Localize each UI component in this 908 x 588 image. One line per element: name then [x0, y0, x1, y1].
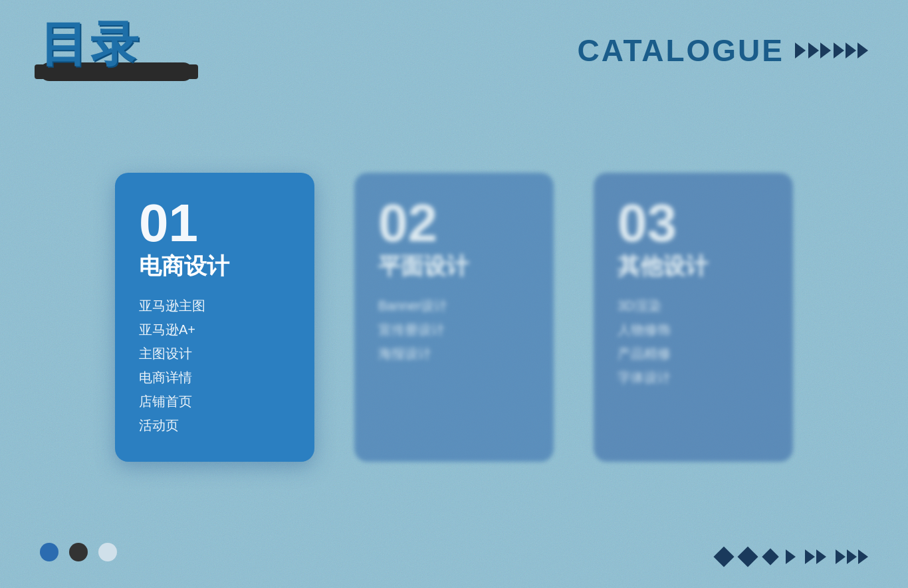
- bottom-right-controls: [717, 549, 868, 564]
- arrow-3a-icon: [834, 43, 844, 58]
- arrow-double-icon: [808, 43, 831, 58]
- card-03-items: 3D渲染 人物修饰 产品精修 字体设计: [618, 296, 769, 387]
- page-wrapper: 目录 CATALOGUE 01 电商: [0, 0, 908, 588]
- dot-2[interactable]: [69, 543, 88, 561]
- list-item: 主图设计: [139, 343, 290, 363]
- dot-1[interactable]: [40, 543, 58, 561]
- list-item: 亚马逊A+: [139, 320, 290, 340]
- card-02[interactable]: 02 平面设计 Banner设计 宣传册设计 海报设计: [354, 173, 554, 462]
- catalogue-title: CATALOGUE: [578, 33, 785, 68]
- card-03[interactable]: 03 其他设计 3D渲染 人物修饰 产品精修 字体设计: [594, 173, 793, 462]
- arrow-2a-icon: [808, 43, 819, 58]
- nav-arrow-double-icon[interactable]: [805, 549, 826, 564]
- diamond-2-icon[interactable]: [737, 546, 758, 567]
- list-item: 字体设计: [618, 367, 769, 387]
- nav-arrow-triple-icon[interactable]: [836, 549, 868, 564]
- list-item: 宣传册设计: [378, 320, 530, 340]
- list-item: 亚马逊主图: [139, 296, 290, 316]
- card-02-items: Banner设计 宣传册设计 海报设计: [378, 296, 530, 363]
- list-item: 活动页: [139, 415, 290, 435]
- cards-container: 01 电商设计 亚马逊主图 亚马逊A+ 主图设计 电商详情 店铺首页 活动页 0…: [0, 173, 908, 462]
- bottom-left-dots: [40, 543, 117, 561]
- nav-arrow-3c-icon: [858, 549, 868, 564]
- nav-arrow-3a-icon: [836, 549, 846, 564]
- diamond-1-icon[interactable]: [713, 546, 734, 567]
- dot-3[interactable]: [98, 543, 117, 561]
- arrow-1-icon: [795, 43, 806, 58]
- card-01-items: 亚马逊主图 亚马逊A+ 主图设计 电商详情 店铺首页 活动页: [139, 296, 290, 435]
- card-01-number: 01: [139, 197, 290, 250]
- arrow-3b-icon: [846, 43, 856, 58]
- arrow-triple-icon: [834, 43, 868, 58]
- list-item: 人物修饰: [618, 320, 769, 340]
- nav-arrow-1-icon[interactable]: [786, 549, 796, 564]
- nav-arrow-2b-icon: [816, 549, 826, 564]
- nav-arrow-2a-icon: [805, 549, 815, 564]
- card-02-title: 平面设计: [378, 252, 530, 280]
- card-01-title: 电商设计: [139, 252, 290, 280]
- list-item: Banner设计: [378, 296, 530, 316]
- list-item: 店铺首页: [139, 391, 290, 411]
- header: 目录 CATALOGUE: [0, 0, 908, 81]
- card-03-title: 其他设计: [618, 252, 769, 280]
- logo-block: 目录: [40, 20, 193, 81]
- list-item: 3D渲染: [618, 296, 769, 316]
- nav-arrow-3b-icon: [847, 549, 857, 564]
- card-01[interactable]: 01 电商设计 亚马逊主图 亚马逊A+ 主图设计 电商详情 店铺首页 活动页: [115, 173, 314, 462]
- logo-text: 目录: [40, 20, 141, 68]
- card-03-number: 03: [618, 197, 769, 250]
- list-item: 海报设计: [378, 343, 530, 363]
- card-02-number: 02: [378, 197, 530, 250]
- list-item: 电商详情: [139, 367, 290, 387]
- arrow-2b-icon: [820, 43, 831, 58]
- list-item: 产品精修: [618, 343, 769, 363]
- catalogue-arrows: [795, 43, 868, 58]
- catalogue-area: CATALOGUE: [578, 33, 869, 68]
- arrow-3c-icon: [857, 43, 868, 58]
- diamond-3-icon[interactable]: [762, 548, 778, 565]
